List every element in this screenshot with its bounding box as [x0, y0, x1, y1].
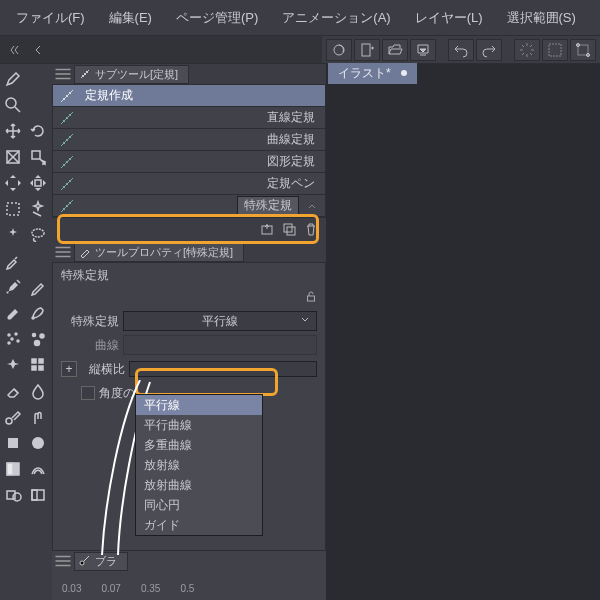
operation-tool-icon[interactable]: [0, 144, 25, 170]
collapse-left-icon[interactable]: [8, 43, 22, 57]
rotate-tool-icon[interactable]: [25, 118, 50, 144]
tick-label: 0.35: [141, 583, 160, 594]
angle-checkbox[interactable]: [81, 386, 95, 400]
lock-icon[interactable]: [305, 290, 317, 305]
subtool-item-line-ruler[interactable]: 直線定規: [53, 107, 325, 129]
svg-point-35: [32, 437, 44, 449]
subtool-item-special-ruler[interactable]: 特殊定規: [53, 195, 325, 217]
paintbrush-tool-icon[interactable]: [0, 300, 25, 326]
svg-point-25: [8, 342, 10, 344]
brush-size-icon: [79, 555, 91, 567]
svg-line-7: [530, 53, 532, 55]
ruler-icon: [53, 154, 81, 170]
brush-size-panel: ブラ 0.03 0.07 0.35 0.5: [52, 550, 326, 600]
special-ruler-label: 特殊定規: [61, 313, 119, 330]
tick-label: 0.03: [62, 583, 81, 594]
dropdown-item-concentric[interactable]: 同心円: [136, 495, 262, 515]
dropdown-item-parallel[interactable]: 平行線: [136, 395, 262, 415]
new-doc-icon[interactable]: [354, 39, 380, 61]
sparkle-tool-icon[interactable]: [25, 326, 50, 352]
menu-edit[interactable]: 編集(E): [97, 0, 164, 36]
decoration-tool-icon[interactable]: [0, 326, 25, 352]
curve-label: 曲線: [61, 337, 119, 354]
menu-file[interactable]: ファイル(F): [4, 0, 97, 36]
redo-icon[interactable]: [476, 39, 502, 61]
menu-page[interactable]: ページ管理(P): [164, 0, 270, 36]
undo-icon[interactable]: [448, 39, 474, 61]
brush-tab[interactable]: ブラ: [74, 552, 128, 571]
menu-anim[interactable]: アニメーション(A): [270, 0, 402, 36]
fill-tool-icon[interactable]: [0, 430, 25, 456]
subtool-item-create-ruler[interactable]: 定規作成: [53, 85, 325, 107]
blend-tool-icon[interactable]: [25, 378, 50, 404]
wand-tool-icon[interactable]: [25, 196, 50, 222]
brush-size-ticks: 0.03 0.07 0.35 0.5: [52, 569, 326, 594]
expand-icon[interactable]: +: [61, 361, 77, 377]
subtool-item-ruler-pen[interactable]: 定規ペン: [53, 173, 325, 195]
subtool-item-shape-ruler[interactable]: 図形定規: [53, 151, 325, 173]
airbrush-tool-icon[interactable]: [25, 300, 50, 326]
swirl-icon[interactable]: [326, 39, 352, 61]
duplicate-subtool-icon[interactable]: [280, 220, 298, 238]
finger-tool-icon[interactable]: [25, 404, 50, 430]
subtool-item-curve-ruler[interactable]: 曲線定規: [53, 129, 325, 151]
scroll-up-icon[interactable]: [303, 201, 321, 211]
contour-tool-icon[interactable]: [25, 456, 50, 482]
eraser-tool-icon[interactable]: [0, 378, 25, 404]
pen-tool-icon[interactable]: [0, 274, 25, 300]
back-icon[interactable]: [32, 43, 46, 57]
delete-subtool-icon[interactable]: [302, 220, 320, 238]
shape-tool-icon[interactable]: [0, 482, 25, 508]
special-ruler-select[interactable]: 平行線: [123, 311, 317, 331]
object-tool-icon[interactable]: [25, 144, 50, 170]
ruler-icon: [53, 88, 81, 104]
move-tool-icon[interactable]: [0, 118, 25, 144]
clear-icon[interactable]: [542, 39, 568, 61]
save-icon[interactable]: [410, 39, 436, 61]
subtool-tab[interactable]: サブツール[定規]: [74, 65, 189, 84]
menu-select[interactable]: 選択範囲(S): [495, 0, 588, 36]
zoom-tool-icon[interactable]: [0, 92, 25, 118]
lasso-tool-icon[interactable]: [0, 222, 25, 248]
panel-menu-icon[interactable]: [54, 552, 72, 570]
subtool-item-label: 図形定規: [81, 153, 325, 170]
svg-line-8: [522, 53, 524, 55]
dropdown-item-radial-curve[interactable]: 放射曲線: [136, 475, 262, 495]
aspect-slider[interactable]: [129, 361, 317, 377]
document-tab[interactable]: イラスト*: [328, 63, 417, 84]
brush-tool-icon[interactable]: [0, 66, 25, 92]
dropdown-item-guide[interactable]: ガイド: [136, 515, 262, 535]
gradient-tool-icon[interactable]: [0, 456, 25, 482]
aspect-label: 縦横比: [81, 361, 125, 378]
panel-menu-icon[interactable]: [54, 243, 72, 261]
dot-tool-icon[interactable]: [0, 352, 25, 378]
pencil-tool-icon[interactable]: [25, 274, 50, 300]
svg-rect-16: [32, 151, 40, 159]
crop-icon[interactable]: [570, 39, 596, 61]
move-layer-tool-icon[interactable]: [0, 170, 25, 196]
dropdown-item-multi-curve[interactable]: 多重曲線: [136, 435, 262, 455]
loading-icon[interactable]: [514, 39, 540, 61]
pattern-tool-icon[interactable]: [25, 352, 50, 378]
dropdown-item-parallel-curve[interactable]: 平行曲線: [136, 415, 262, 435]
circle-tool-icon[interactable]: [25, 430, 50, 456]
open-icon[interactable]: [382, 39, 408, 61]
svg-point-12: [577, 43, 580, 46]
frame-tool-icon[interactable]: [25, 482, 50, 508]
svg-rect-37: [7, 463, 13, 475]
export-subtool-icon[interactable]: [258, 220, 276, 238]
menu-layer[interactable]: レイヤー(L): [403, 0, 495, 36]
property-tab[interactable]: ツールプロパティ[特殊定規]: [74, 243, 244, 262]
marquee-tool-icon[interactable]: [0, 196, 25, 222]
canvas-area[interactable]: イラスト*: [326, 64, 600, 600]
transform-tool-icon[interactable]: [25, 170, 50, 196]
tick-label: 0.07: [101, 583, 120, 594]
eyedropper-tool-icon[interactable]: [0, 248, 25, 274]
svg-point-22: [15, 333, 17, 335]
history-brush-icon[interactable]: [0, 404, 25, 430]
menu-view[interactable]: 表示(V: [588, 0, 600, 36]
panel-menu-icon[interactable]: [54, 65, 72, 83]
dropdown-item-radial[interactable]: 放射線: [136, 455, 262, 475]
svg-rect-10: [549, 44, 561, 56]
shrink-tool-icon[interactable]: [25, 222, 50, 248]
